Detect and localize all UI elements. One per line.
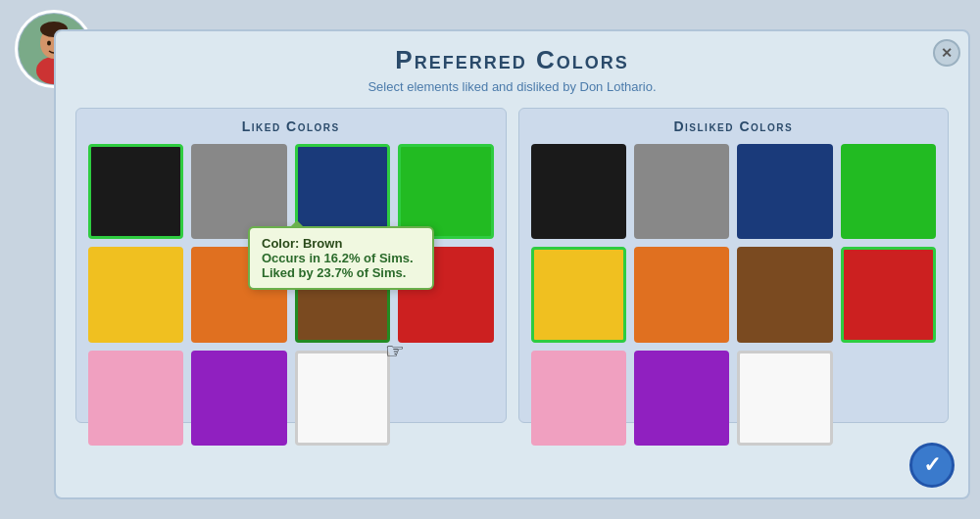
subtitle: Select elements liked and disliked by Do…	[75, 79, 949, 94]
liked-section: Liked Colors Color: Brown Occ	[75, 108, 507, 423]
liked-color-purple[interactable]	[191, 351, 286, 446]
tooltip-stat2: Liked by 23.7% of Sims.	[262, 265, 420, 280]
close-button[interactable]: ✕	[933, 39, 960, 67]
disliked-color-yellow[interactable]	[531, 247, 626, 342]
liked-color-white[interactable]	[295, 351, 390, 446]
disliked-color-green[interactable]	[841, 144, 936, 239]
liked-section-title: Liked Colors	[88, 118, 494, 134]
disliked-color-black[interactable]	[531, 144, 626, 239]
disliked-section-title: Disliked Colors	[531, 118, 937, 134]
color-tooltip: Color: Brown Occurs in 16.2% of Sims. Li…	[248, 226, 434, 290]
liked-color-pink[interactable]	[88, 351, 183, 446]
liked-color-gray[interactable]	[191, 144, 286, 239]
disliked-section: Disliked Colors	[518, 108, 950, 423]
page-title: Preferred Colors	[75, 45, 949, 75]
columns: Liked Colors Color: Brown Occ	[75, 108, 949, 423]
disliked-color-pink[interactable]	[531, 351, 626, 446]
main-panel: ✕ Preferred Colors Select elements liked…	[54, 29, 970, 499]
confirm-button[interactable]: ✓	[909, 443, 955, 488]
disliked-color-orange[interactable]	[634, 247, 729, 342]
disliked-color-grid	[531, 144, 937, 446]
disliked-color-gray[interactable]	[634, 144, 729, 239]
disliked-color-white[interactable]	[737, 351, 832, 446]
svg-point-4	[47, 41, 51, 46]
liked-color-yellow[interactable]	[88, 247, 183, 342]
disliked-color-purple[interactable]	[634, 351, 729, 446]
tooltip-color-label: Color: Brown	[262, 236, 420, 251]
tooltip-stat1: Occurs in 16.2% of Sims.	[262, 251, 420, 265]
disliked-color-red[interactable]	[841, 247, 936, 342]
liked-color-grid	[88, 144, 494, 446]
liked-color-black[interactable]	[88, 144, 183, 239]
liked-color-green[interactable]	[398, 144, 493, 239]
disliked-color-navy[interactable]	[737, 144, 832, 239]
liked-color-navy[interactable]	[295, 144, 390, 239]
disliked-color-brown[interactable]	[737, 247, 832, 342]
